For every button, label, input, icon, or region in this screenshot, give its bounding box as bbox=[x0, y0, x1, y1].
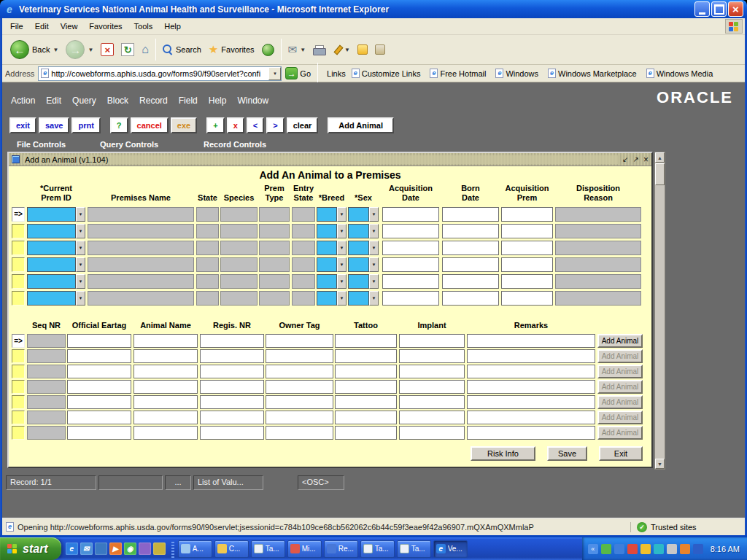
link-windows-marketplace[interactable]: Windows Marketplace bbox=[548, 69, 637, 78]
form-minimize-icon[interactable] bbox=[622, 156, 628, 163]
oracle-item-button[interactable]: ? bbox=[110, 117, 128, 133]
grid1-row6-breed-dropdown-button[interactable] bbox=[337, 291, 347, 306]
grid2-row5-owner-tag-field[interactable] bbox=[266, 395, 333, 409]
grid2-row6-regis-nr-field[interactable] bbox=[200, 411, 264, 424]
grid2-row3-tattoo-field[interactable] bbox=[335, 365, 397, 378]
oracle-menu-help[interactable]: Help bbox=[209, 96, 227, 106]
taskbar-task-2-c[interactable]: C... bbox=[214, 540, 249, 558]
grid1-row3-breed-field[interactable] bbox=[317, 241, 337, 255]
link-customize-links[interactable]: Customize Links bbox=[352, 69, 421, 78]
grid2-row1-implant-field[interactable] bbox=[399, 334, 465, 348]
grid1-row6-indicator[interactable] bbox=[12, 291, 25, 306]
oracle-cancel-button[interactable]: cancel bbox=[131, 117, 169, 133]
media-player-icon[interactable]: ▶ bbox=[109, 542, 122, 555]
grid1-row4-breed-dropdown-button[interactable] bbox=[337, 257, 347, 272]
grid1-row6-current-prem-id-field[interactable] bbox=[27, 291, 76, 306]
taskbar-task-3-ta[interactable]: Ta... bbox=[251, 540, 285, 558]
app-icon-6[interactable] bbox=[139, 542, 151, 555]
link-windows-media[interactable]: Windows Media bbox=[646, 69, 713, 78]
grid1-row6-acquisition-date-field[interactable] bbox=[382, 291, 439, 306]
scroll-down-button[interactable] bbox=[655, 459, 665, 469]
grid1-row5-sex-dropdown-button[interactable] bbox=[369, 274, 379, 289]
grid1-row5-breed-dropdown-button[interactable] bbox=[337, 274, 347, 289]
grid2-row5-indicator[interactable] bbox=[12, 395, 25, 409]
favorites-button[interactable]: Favorites bbox=[205, 37, 258, 62]
grid1-row6-born-date-field[interactable] bbox=[442, 291, 499, 306]
outlook-express-icon[interactable]: ✉ bbox=[80, 542, 93, 555]
grid2-row2-regis-nr-field[interactable] bbox=[200, 349, 264, 363]
grid2-row7-tattoo-field[interactable] bbox=[335, 426, 397, 440]
ie-menu-edit[interactable]: Edit bbox=[29, 20, 55, 33]
grid1-row1-breed-field[interactable] bbox=[317, 207, 337, 222]
ie-menu-tools[interactable]: Tools bbox=[128, 20, 159, 33]
back-dropdown-icon[interactable]: ▼ bbox=[53, 47, 58, 53]
refresh-button[interactable] bbox=[117, 37, 138, 62]
oracle-item-button[interactable]: > bbox=[266, 117, 284, 133]
grid1-row1-indicator[interactable]: => bbox=[12, 207, 25, 222]
form-close-icon[interactable] bbox=[643, 155, 649, 164]
taskbar-task-4-mi[interactable]: Mi... bbox=[287, 540, 322, 558]
grid2-row5-tattoo-field[interactable] bbox=[335, 395, 397, 409]
grid1-row3-current-prem-id-dropdown-button[interactable] bbox=[76, 241, 85, 255]
form-maximize-icon[interactable] bbox=[633, 156, 639, 163]
grid2-row2-animal-name-field[interactable] bbox=[133, 349, 198, 363]
grid1-row2-sex-dropdown-button[interactable] bbox=[369, 224, 379, 238]
grid2-row7-implant-field[interactable] bbox=[399, 426, 465, 440]
grid1-row1-breed-dropdown-button[interactable] bbox=[337, 207, 347, 222]
grid2-row7-owner-tag-field[interactable] bbox=[266, 426, 333, 440]
start-button[interactable]: start bbox=[0, 537, 61, 560]
grid2-row1-tattoo-field[interactable] bbox=[335, 334, 397, 348]
oracle-menu-edit[interactable]: Edit bbox=[46, 96, 61, 106]
grid1-row6-acquisition-prem-field[interactable] bbox=[501, 291, 553, 306]
grid1-row2-sex-field[interactable] bbox=[348, 224, 369, 238]
grid2-row6-tattoo-field[interactable] bbox=[335, 411, 397, 424]
grid2-row5-remarks-field[interactable] bbox=[467, 395, 595, 409]
oracle-menu-window[interactable]: Window bbox=[237, 96, 268, 106]
grid1-row6-current-prem-id-dropdown-button[interactable] bbox=[76, 291, 85, 306]
grid2-row7-regis-nr-field[interactable] bbox=[200, 426, 264, 440]
grid2-row3-animal-name-field[interactable] bbox=[133, 365, 198, 378]
taskbar-clock[interactable]: 8:16 AM bbox=[711, 545, 740, 553]
forward-dropdown-icon[interactable]: ▼ bbox=[88, 47, 93, 53]
oracle-menu-field[interactable]: Field bbox=[179, 96, 198, 106]
scrollbar-thumb[interactable] bbox=[655, 163, 665, 185]
show-desktop-icon[interactable] bbox=[95, 542, 107, 555]
ie-menu-favorites[interactable]: Favorites bbox=[83, 20, 128, 33]
grid2-row5-animal-name-field[interactable] bbox=[133, 395, 198, 409]
tray-icon-3[interactable] bbox=[627, 544, 638, 554]
grid1-row4-acquisition-date-field[interactable] bbox=[382, 257, 439, 272]
tray-icon-8[interactable] bbox=[693, 544, 703, 554]
oracle-clear-button[interactable]: clear bbox=[287, 117, 319, 133]
grid1-row3-breed-dropdown-button[interactable] bbox=[337, 241, 347, 255]
grid2-row1-indicator[interactable]: => bbox=[12, 334, 25, 348]
grid1-row5-breed-field[interactable] bbox=[317, 274, 337, 289]
grid2-row7-official-eartag-field[interactable] bbox=[67, 426, 131, 440]
grid1-row2-breed-dropdown-button[interactable] bbox=[337, 224, 347, 238]
oracle-item-button[interactable]: < bbox=[247, 117, 264, 133]
grid1-row2-acquisition-date-field[interactable] bbox=[382, 224, 439, 238]
media-button[interactable] bbox=[258, 37, 278, 62]
grid1-row1-sex-dropdown-button[interactable] bbox=[369, 207, 379, 222]
back-button[interactable]: Back ▼ bbox=[7, 37, 62, 62]
print-button[interactable] bbox=[309, 37, 328, 62]
grid1-row3-current-prem-id-field[interactable] bbox=[27, 241, 76, 255]
mail-button[interactable]: ▼ bbox=[285, 37, 310, 62]
edit-dropdown-icon[interactable]: ▼ bbox=[344, 47, 350, 53]
grid2-row1-regis-nr-field[interactable] bbox=[200, 334, 264, 348]
grid1-row4-breed-field[interactable] bbox=[317, 257, 337, 272]
search-button[interactable]: Search bbox=[159, 37, 205, 62]
grid2-row1-owner-tag-field[interactable] bbox=[266, 334, 333, 348]
grid2-row2-owner-tag-field[interactable] bbox=[266, 349, 333, 363]
forward-button[interactable]: ▼ bbox=[62, 37, 97, 62]
taskbar-task-5-re[interactable]: Re... bbox=[324, 540, 358, 558]
grid1-row1-born-date-field[interactable] bbox=[442, 207, 499, 222]
grid1-row2-indicator[interactable] bbox=[12, 224, 25, 238]
form-risk-info-button[interactable]: Risk Info bbox=[471, 446, 535, 461]
internet-explorer-icon[interactable]: e bbox=[66, 542, 78, 555]
grid1-row2-current-prem-id-dropdown-button[interactable] bbox=[76, 224, 85, 238]
app-icon-7[interactable] bbox=[153, 542, 166, 555]
stop-button[interactable] bbox=[97, 37, 117, 62]
grid2-row3-remarks-field[interactable] bbox=[467, 365, 595, 378]
oracle-exe-button[interactable]: exe bbox=[171, 117, 197, 133]
grid2-row4-animal-name-field[interactable] bbox=[133, 380, 198, 394]
